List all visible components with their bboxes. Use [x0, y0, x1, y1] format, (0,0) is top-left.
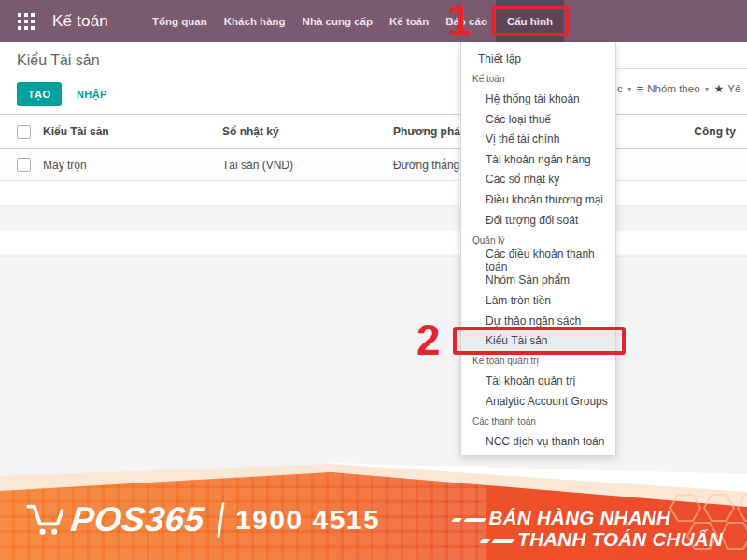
menu-item-ke-toan[interactable]: Kế toán [381, 0, 437, 42]
empty-row [0, 181, 747, 206]
column-header-journal[interactable]: Sổ nhật ký [222, 125, 393, 138]
app-window: Kế toán Tổng quan Khách hàng Nhà cung cấ… [0, 0, 747, 560]
slogan-line-1: BÁN HÀNG NHANH [453, 507, 723, 528]
dropdown-item-cac-loai-thue[interactable]: Các loại thuế [461, 109, 615, 130]
config-dropdown-menu: Thiết lập Kế toán Hệ thống tài khoản Các… [460, 42, 616, 455]
annotation-number-1: 1 [447, 0, 472, 43]
dropdown-item-dieu-khoan-thuong-mai[interactable]: Điều khoản thương mại [461, 189, 615, 210]
dropdown-item-kieu-tai-san[interactable]: Kiểu Tài sản 2 [461, 330, 615, 351]
dropdown-item-doi-tuong-doi-soat[interactable]: Đối tượng đối soát [461, 210, 615, 231]
speed-lines-icon [453, 507, 489, 528]
select-all-checkbox[interactable] [17, 125, 31, 139]
favorites-star-icon: ★ [713, 82, 724, 95]
chevron-down-icon[interactable]: ▼ [704, 86, 711, 92]
table-row[interactable]: Máy trộn Tài sản (VND) Đường thẳng [0, 149, 747, 181]
chevron-down-icon[interactable]: ▼ [627, 86, 633, 92]
search-box-underline [614, 68, 747, 69]
dropdown-item-du-thao-ngan-sach[interactable]: Dự thảo ngân sách [461, 311, 615, 331]
dropdown-item-tai-khoan-ngan-hang[interactable]: Tài khoản ngân hàng [461, 149, 615, 170]
dropdown-item-nhom-san-pham[interactable]: Nhóm Sản phẩm [461, 271, 615, 291]
dropdown-item-thiet-lap[interactable]: Thiết lập [461, 49, 615, 69]
shopping-cart-icon [26, 498, 67, 541]
cell-journal: Tài sản (VND) [222, 159, 393, 172]
menu-item-khach-hang[interactable]: Khách hàng [216, 0, 294, 42]
dropdown-item-analytic-account-groups[interactable]: Analytic Account Groups [461, 391, 615, 412]
brand-logo-row: POS365 1900 4515 [26, 498, 380, 541]
dropdown-item-lam-tron-tien[interactable]: Làm tròn tiền [461, 290, 615, 311]
apps-grid-glyph [18, 13, 35, 30]
dropdown-item-he-thong-tai-khoan[interactable]: Hệ thống tài khoản [461, 89, 615, 109]
hotline-number: 1900 4515 [235, 504, 380, 536]
group-by-label[interactable]: Nhóm theo [647, 83, 699, 94]
menu-item-cau-hinh-label: Cấu hình [507, 16, 553, 27]
empty-row [0, 231, 747, 257]
table-header-row: Kiểu Tài sản Sổ nhật ký Phương pháp Công… [0, 114, 747, 149]
menu-item-cau-hinh[interactable]: Cấu hình 1 [496, 0, 564, 42]
page-title: Kiểu Tài sản [17, 52, 100, 69]
menu-item-tong-quan[interactable]: Tổng quan [144, 0, 216, 42]
annotation-number-2: 2 [416, 317, 441, 362]
brand-name: POS365 [69, 500, 206, 539]
slogan-line-2: THANH TOÁN CHUẨN [453, 528, 723, 550]
column-header-company[interactable]: Công ty [627, 125, 747, 138]
cell-asset-type: Máy trộn [43, 159, 222, 172]
banner-slogans: BÁN HÀNG NHANH THANH TOÁN CHUẨN [453, 507, 723, 550]
dropdown-item-kieu-tai-san-label: Kiểu Tài sản [486, 334, 548, 347]
dropdown-item-cac-so-nhat-ky[interactable]: Các sổ nhật ký [461, 170, 615, 190]
main-menu: Tổng quan Khách hàng Nhà cung cấp Kế toá… [144, 0, 564, 42]
empty-row [0, 206, 747, 231]
create-button[interactable]: TẠO [17, 82, 62, 106]
asset-types-table: Kiểu Tài sản Sổ nhật ký Phương pháp Công… [0, 114, 747, 257]
dropdown-item-tai-khoan-quan-tri[interactable]: Tài khoản quản trị [461, 371, 615, 392]
dropdown-section-ke-toan-quan-tri: Kế toán quản trị [461, 351, 615, 371]
app-title: Kế toán [52, 12, 108, 31]
column-header-asset-type[interactable]: Kiểu Tài sản [43, 125, 222, 138]
speed-lines-icon [481, 528, 517, 550]
import-button[interactable]: NHẬP [71, 88, 113, 101]
favorites-label-tail[interactable]: Yê [727, 83, 740, 94]
promo-banner: POS365 1900 4515 BÁN HÀNG NHANH THANH TO… [0, 457, 747, 560]
top-navbar: Kế toán Tổng quan Khách hàng Nhà cung cấ… [0, 0, 747, 42]
dropdown-section-cac-thanh-toan: Các thanh toán [461, 412, 615, 432]
dropdown-item-ncc-dich-vu-thanh-toan[interactable]: NCC dịch vụ thanh toán [461, 431, 615, 452]
filter-toolbar: c ▼ ≡ Nhóm theo ▼ ★ Yê [617, 81, 747, 96]
banner-divider [217, 502, 224, 538]
dropdown-item-cac-dieu-khoan-thanh-toan[interactable]: Các điều khoản thanh toán [461, 250, 615, 271]
menu-item-nha-cung-cap[interactable]: Nhà cung cấp [294, 0, 381, 42]
row-checkbox[interactable] [17, 158, 31, 172]
group-by-icon: ≡ [637, 82, 644, 96]
dropdown-item-vi-the-tai-chinh[interactable]: Vị thế tài chính [461, 129, 615, 149]
dropdown-section-ke-toan: Kế toán [461, 69, 615, 90]
filters-label-tail[interactable]: c [617, 83, 623, 94]
apps-grid-icon[interactable] [17, 12, 35, 31]
